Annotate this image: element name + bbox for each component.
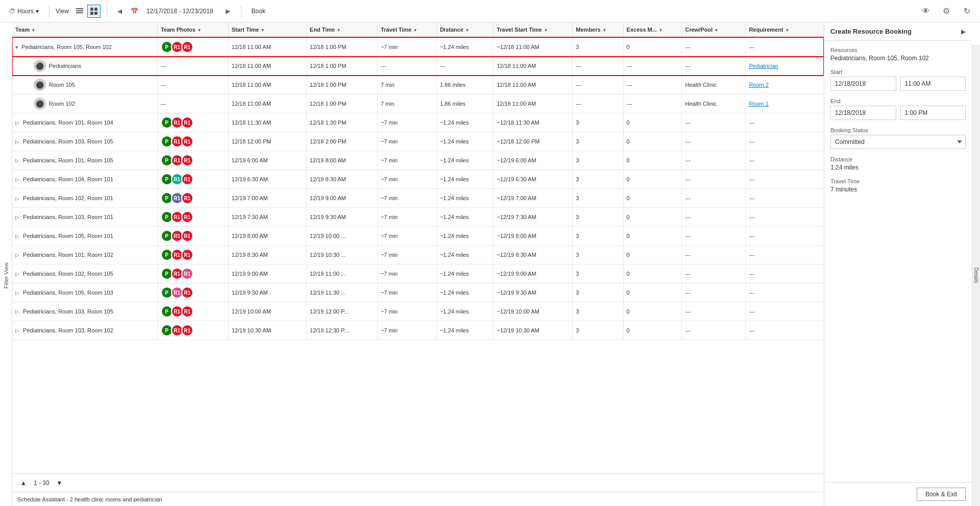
table-row[interactable]: ▷ Pediatricians, Room 103, Room 101 PR1R…: [12, 208, 824, 227]
team-cell: ▾ Pediatricians, Room 105, Room 102: [12, 37, 157, 57]
photos-cell: ---: [157, 57, 228, 76]
right-panel-expand-btn[interactable]: ▶: [961, 28, 966, 35]
distance-cell: ~1.24 miles: [436, 189, 493, 208]
table-row[interactable]: ⚫Room 105 --- 12/18 11:00 AM 12/18 1:00 …: [12, 76, 824, 94]
expand-btn[interactable]: ▷: [15, 271, 19, 277]
avatar: R1: [181, 41, 193, 53]
travel-cell: ~7 min: [377, 132, 436, 151]
book-btn[interactable]: Book: [248, 6, 270, 17]
settings-icon[interactable]: ⚙: [938, 3, 954, 19]
start-date-input[interactable]: [830, 77, 896, 91]
distance-cell: ~1.24 miles: [436, 264, 493, 283]
hours-dropdown[interactable]: ⏱ Hours ▾: [5, 6, 43, 17]
col-header-excess[interactable]: Excess M... ▾: [623, 22, 682, 37]
start-label: Start: [830, 69, 966, 75]
req-cell: ---: [746, 189, 824, 208]
travel-cell: ~7 min: [377, 189, 436, 208]
table-row[interactable]: ▷ Pediatricians, Room 105, Room 103 PR1R…: [12, 283, 824, 302]
expand-btn[interactable]: ▷: [15, 158, 19, 163]
expand-btn[interactable]: ▷: [15, 120, 19, 126]
expand-btn[interactable]: ▷: [15, 328, 19, 333]
book-exit-btn[interactable]: Book & Exit: [917, 488, 966, 501]
members-cell: 3: [573, 37, 623, 57]
col-header-crew[interactable]: Crew/Pool ▾: [682, 22, 746, 37]
col-header-req[interactable]: Requirement ▾: [746, 22, 824, 37]
members-sort-icon: ▾: [603, 28, 606, 33]
expand-btn[interactable]: ▷: [15, 233, 19, 239]
end-time-input[interactable]: [900, 106, 966, 120]
eye-icon[interactable]: 👁: [918, 3, 934, 19]
table-row[interactable]: ▷ Pediatricians, Room 101, Room 105 PR1R…: [12, 151, 824, 170]
req-cell: ---: [746, 132, 824, 151]
crew-cell: ---: [682, 208, 746, 227]
col-header-tstart[interactable]: Travel Start Time ▾: [494, 22, 573, 37]
expand-btn[interactable]: ▷: [15, 290, 19, 296]
col-header-team[interactable]: Team ▾: [12, 22, 157, 37]
table-row[interactable]: ▾ Pediatricians, Room 105, Room 102 PR1R…: [12, 37, 824, 57]
req-link[interactable]: Room 2: [749, 82, 769, 88]
filter-view-label: Filter View: [3, 262, 9, 288]
avatar: R1: [181, 286, 193, 299]
pagination-next[interactable]: ▼: [54, 478, 66, 488]
col-header-start[interactable]: Start Time ▾: [228, 22, 306, 37]
date-next-btn[interactable]: ▶: [222, 5, 235, 18]
date-prev-btn[interactable]: ◀: [113, 5, 127, 18]
start-cell: 12/19 10:00 AM: [228, 302, 306, 321]
table-row[interactable]: ▷ Pediatricians, Room 103, Room 105 PR1R…: [12, 132, 824, 151]
expand-btn[interactable]: ▷: [15, 252, 19, 258]
req-link[interactable]: Room 1: [749, 101, 769, 107]
table-row[interactable]: ▷ Pediatricians, Room 102, Room 101 PR1R…: [12, 189, 824, 208]
crew-sort-icon: ▾: [715, 28, 718, 33]
team-name: Pediatricians, Room 101, Room 104: [23, 119, 113, 126]
booking-status-label: Booking Status: [830, 127, 966, 133]
col-header-travel[interactable]: Travel Time ▾: [377, 22, 436, 37]
table-row[interactable]: ▷ Pediatricians, Room 104, Room 101 PR1R…: [12, 170, 824, 189]
table-row[interactable]: ▷ Pediatricians, Room 103, Room 102 PR1R…: [12, 321, 824, 340]
status-text: Schedule Assistant - 2 health clinic roo…: [17, 496, 162, 502]
table-row[interactable]: ⚫Pediatricians --- 12/18 11:00 AM 12/18 …: [12, 57, 824, 76]
col-header-distance[interactable]: Distance ▾: [436, 22, 493, 37]
col-header-members[interactable]: Members ▾: [573, 22, 623, 37]
expand-btn[interactable]: ▷: [15, 214, 19, 220]
filter-view-tab[interactable]: Filter View: [0, 45, 12, 506]
distance-cell: 1.86 miles: [436, 94, 493, 113]
table-row[interactable]: ▷ Pediatricians, Room 103, Room 105 PR1R…: [12, 302, 824, 321]
refresh-icon[interactable]: ↻: [959, 3, 975, 19]
svg-rect-0: [76, 8, 83, 9]
table-row[interactable]: ▷ Pediatricians, Room 102, Room 105 PR1R…: [12, 264, 824, 283]
tstart-cell: 12/18 11:00 AM: [494, 76, 573, 94]
clock-icon: ⏱: [9, 8, 15, 15]
col-header-photos[interactable]: Team Photos ▾: [157, 22, 228, 37]
view-grid-icon[interactable]: [87, 5, 101, 18]
booking-status-field: Booking Status Committed Tentative Hard: [830, 127, 966, 149]
table-row[interactable]: ⚫Room 102 --- 12/18 11:00 AM 12/18 1:00 …: [12, 94, 824, 113]
distance-cell: ~1.24 miles: [436, 321, 493, 340]
start-cell: 12/18 12:00 PM: [228, 132, 306, 151]
distance-cell: ~1.24 miles: [436, 37, 493, 57]
expand-btn[interactable]: ▾: [15, 44, 18, 50]
col-header-end[interactable]: End Time ▾: [306, 22, 377, 37]
pagination-prev[interactable]: ▲: [17, 478, 30, 488]
end-cell: 12/19 10:30 ...: [306, 246, 377, 264]
expand-btn[interactable]: ▷: [15, 177, 19, 182]
table-row[interactable]: ▷ Pediatricians, Room 101, Room 104 PR1R…: [12, 113, 824, 132]
tstart-cell: ~12/19 6:00 AM: [494, 151, 573, 170]
team-cell: ⚫Room 105: [12, 76, 157, 94]
members-cell: 3: [573, 132, 623, 151]
table-row[interactable]: ▷ Pediatricians, Room 105, Room 101 PR1R…: [12, 227, 824, 246]
table-row[interactable]: ▷ Pediatricians, Room 101, Room 102 PR1R…: [12, 246, 824, 264]
expand-btn[interactable]: ▷: [15, 196, 19, 201]
start-sort-icon: ▾: [261, 28, 264, 33]
expand-btn[interactable]: ▷: [15, 309, 19, 315]
end-date-input[interactable]: [830, 106, 896, 120]
travel-cell: ~7 min: [377, 302, 436, 321]
req-link[interactable]: Pediatrician: [749, 63, 778, 69]
travel-cell: 7 min: [377, 94, 436, 113]
start-time-input[interactable]: [900, 77, 966, 91]
expand-btn[interactable]: ▷: [15, 139, 19, 144]
view-list-icon[interactable]: [73, 5, 86, 18]
resources-field: Resources Pediatricians, Room 105, Room …: [830, 47, 966, 62]
details-tab[interactable]: Details: [972, 45, 980, 506]
booking-status-select[interactable]: Committed Tentative Hard: [830, 135, 966, 149]
req-cell: ---: [746, 227, 824, 246]
